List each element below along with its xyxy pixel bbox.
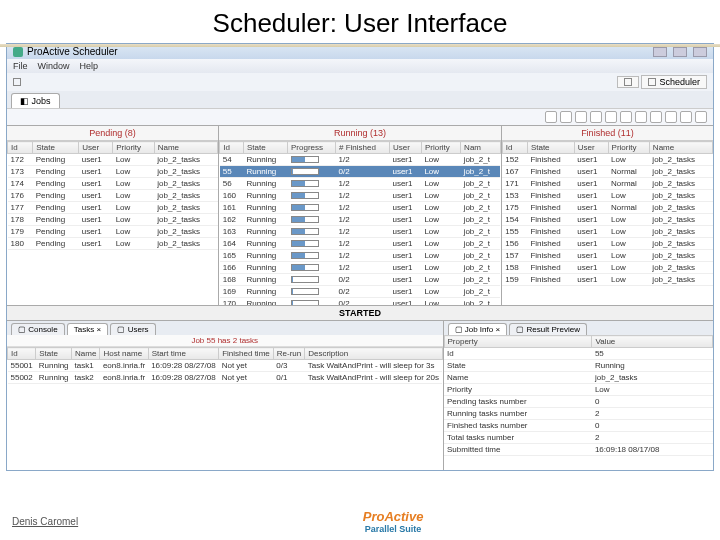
tasks-table[interactable]: IdStateNameHost nameStart timeFinished t… (7, 347, 443, 384)
table-row[interactable]: 173Pendinguser1Lowjob_2_tasks (8, 166, 218, 178)
running-table[interactable]: IdStateProgress# FinishedUserPriorityNam… (219, 141, 501, 305)
col-header[interactable]: Name (72, 348, 100, 360)
table-row[interactable]: 166Running1/2user1Lowjob_2_t (220, 262, 501, 274)
col-header[interactable]: Id (220, 142, 244, 154)
col-header[interactable]: User (389, 142, 421, 154)
table-row[interactable]: 154Finisheduser1Lowjob_2_tasks (502, 214, 712, 226)
col-header[interactable]: User (574, 142, 608, 154)
table-row[interactable]: 170Running0/2user1Lowjob_2_t (220, 298, 501, 306)
col-header[interactable]: Name (649, 142, 712, 154)
table-row[interactable]: 165Running1/2user1Lowjob_2_t (220, 250, 501, 262)
col-header[interactable]: Finished time (219, 348, 274, 360)
col-header[interactable]: Priority (113, 142, 155, 154)
table-row[interactable]: 179Pendinguser1Lowjob_2_tasks (8, 226, 218, 238)
tab-tasks[interactable]: Tasks × (67, 323, 108, 335)
col-header[interactable]: Id (8, 348, 36, 360)
table-row[interactable]: StateRunning (444, 360, 712, 372)
scheduler-perspective-button[interactable]: Scheduler (641, 75, 707, 89)
perspective-switcher[interactable] (617, 76, 639, 88)
action-icon[interactable] (680, 111, 692, 123)
tab-result-preview[interactable]: ▢ Result Preview (509, 323, 587, 335)
col-header[interactable]: Name (154, 142, 217, 154)
jobinfo-table[interactable]: PropertyValueId55StateRunningNamejob_2_t… (444, 335, 713, 456)
table-row[interactable]: 180Pendinguser1Lowjob_2_tasks (8, 238, 218, 250)
close-button[interactable] (693, 47, 707, 57)
action-icon[interactable] (560, 111, 572, 123)
table-row[interactable]: 55002Runningtask2eon8.inria.fr16:09:28 0… (8, 372, 443, 384)
table-row[interactable]: 152Finisheduser1Lowjob_2_tasks (502, 154, 712, 166)
table-row[interactable]: 176Pendinguser1Lowjob_2_tasks (8, 190, 218, 202)
table-row[interactable]: 55001Runningtask1eon8.inria.fr16:09:28 0… (8, 360, 443, 372)
minimize-button[interactable] (653, 47, 667, 57)
table-row[interactable]: 153Finisheduser1Lowjob_2_tasks (502, 190, 712, 202)
action-icon[interactable] (575, 111, 587, 123)
tab-jobs[interactable]: ◧ Jobs (11, 93, 60, 108)
table-row[interactable]: 158Finisheduser1Lowjob_2_tasks (502, 262, 712, 274)
col-header[interactable]: Re-run (273, 348, 304, 360)
col-header[interactable]: Host name (100, 348, 148, 360)
table-row[interactable]: 157Finisheduser1Lowjob_2_tasks (502, 250, 712, 262)
table-row[interactable]: 56Running1/2user1Lowjob_2_t (220, 178, 501, 190)
menu-help[interactable]: Help (80, 61, 99, 71)
menu-file[interactable]: File (13, 61, 28, 71)
table-row[interactable]: Running tasks number2 (444, 408, 712, 420)
table-row[interactable]: 175Finisheduser1Normaljob_2_tasks (502, 202, 712, 214)
tab-job-info[interactable]: ▢ Job Info × (448, 323, 508, 335)
menu-window[interactable]: Window (38, 61, 70, 71)
table-row[interactable]: Finished tasks number0 (444, 420, 712, 432)
table-row[interactable]: 172Pendinguser1Lowjob_2_tasks (8, 154, 218, 166)
col-header[interactable]: Nam (461, 142, 501, 154)
table-row[interactable]: Submitted time16:09:18 08/17/08 (444, 444, 712, 456)
table-row[interactable]: 160Running1/2user1Lowjob_2_t (220, 190, 501, 202)
table-row[interactable]: 155Finisheduser1Lowjob_2_tasks (502, 226, 712, 238)
col-header[interactable]: # Finished (335, 142, 389, 154)
col-header[interactable]: Id (502, 142, 527, 154)
tab-users[interactable]: ▢ Users (110, 323, 155, 335)
col-header[interactable]: State (244, 142, 288, 154)
maximize-button[interactable] (673, 47, 687, 57)
table-row[interactable]: PriorityLow (444, 384, 712, 396)
table-row[interactable]: 54Running1/2user1Lowjob_2_t (220, 154, 501, 166)
table-row[interactable]: 163Running1/2user1Lowjob_2_t (220, 226, 501, 238)
action-icon[interactable] (695, 111, 707, 123)
col-header[interactable]: Description (305, 348, 442, 360)
col-header[interactable]: Id (8, 142, 33, 154)
action-icon[interactable] (545, 111, 557, 123)
col-header[interactable]: State (527, 142, 574, 154)
table-row[interactable]: Id55 (444, 348, 712, 360)
table-row[interactable]: Namejob_2_tasks (444, 372, 712, 384)
table-row[interactable]: 55Running0/2user1Lowjob_2_t (220, 166, 501, 178)
table-row[interactable]: Pending tasks number0 (444, 396, 712, 408)
action-icon[interactable] (620, 111, 632, 123)
table-row[interactable]: 169Running0/2user1Lowjob_2_t (220, 286, 501, 298)
table-row[interactable]: 171Finisheduser1Normaljob_2_tasks (502, 178, 712, 190)
action-icon[interactable] (635, 111, 647, 123)
action-icon[interactable] (650, 111, 662, 123)
table-row[interactable]: Total tasks number2 (444, 432, 712, 444)
col-header[interactable]: Value (592, 336, 713, 348)
col-header[interactable]: Property (444, 336, 592, 348)
finished-table[interactable]: IdStateUserPriorityName152Finisheduser1L… (502, 141, 713, 286)
col-header[interactable]: Priority (421, 142, 460, 154)
tab-console[interactable]: ▢ Console (11, 323, 65, 335)
action-icon[interactable] (590, 111, 602, 123)
table-row[interactable]: 164Running1/2user1Lowjob_2_t (220, 238, 501, 250)
table-row[interactable]: 178Pendinguser1Lowjob_2_tasks (8, 214, 218, 226)
col-header[interactable]: Progress (288, 142, 336, 154)
table-row[interactable]: 159Finisheduser1Lowjob_2_tasks (502, 274, 712, 286)
table-row[interactable]: 177Pendinguser1Lowjob_2_tasks (8, 202, 218, 214)
table-row[interactable]: 168Running0/2user1Lowjob_2_t (220, 274, 501, 286)
table-row[interactable]: 167Finisheduser1Normaljob_2_tasks (502, 166, 712, 178)
toolbar-icon[interactable] (13, 78, 21, 86)
table-row[interactable]: 156Finisheduser1Lowjob_2_tasks (502, 238, 712, 250)
col-header[interactable]: State (33, 142, 79, 154)
col-header[interactable]: User (79, 142, 113, 154)
action-icon[interactable] (605, 111, 617, 123)
table-row[interactable]: 162Running1/2user1Lowjob_2_t (220, 214, 501, 226)
col-header[interactable]: Priority (608, 142, 649, 154)
table-row[interactable]: 161Running1/2user1Lowjob_2_t (220, 202, 501, 214)
col-header[interactable]: State (36, 348, 72, 360)
pending-table[interactable]: IdStateUserPriorityName172Pendinguser1Lo… (7, 141, 218, 250)
col-header[interactable]: Start time (148, 348, 219, 360)
action-icon[interactable] (665, 111, 677, 123)
